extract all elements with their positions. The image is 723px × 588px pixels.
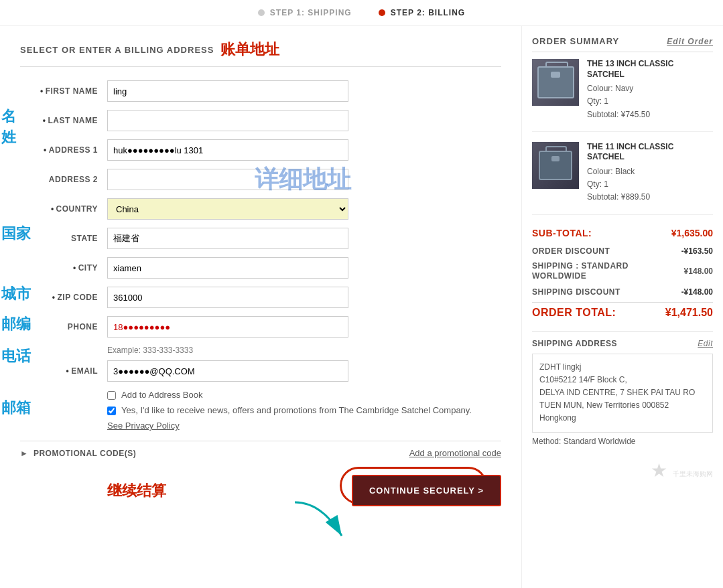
star-icon: ★ — [651, 460, 667, 481]
order-summary-header: ORDER SUMMARY Edit Order — [532, 36, 713, 52]
product-item-1: THE 13 INCH CLASSIC SATCHEL Colour: Navy… — [532, 59, 713, 132]
product-2-colour: Colour: Black — [587, 165, 713, 178]
step1-indicator: STEP 1: SHIPPING — [258, 8, 352, 17]
phone-row: PHONE — [20, 316, 501, 338]
city-row: •CITY — [20, 257, 501, 279]
product-1-colour: Colour: Navy — [587, 82, 713, 95]
order-total-value: ¥1,471.50 — [665, 307, 713, 319]
first-name-row: •FIRST NAME — [20, 80, 501, 102]
address1-input[interactable] — [107, 139, 348, 161]
address2-row: ADDRESS 2 — [20, 169, 501, 190]
address2-input[interactable] — [107, 169, 348, 190]
step1-dot — [258, 9, 265, 16]
product-2-image — [532, 142, 579, 189]
cn-name-labels: 名 姓 — [1, 106, 16, 148]
required-dot-3: • — [44, 145, 47, 155]
add-to-address-book-checkbox[interactable] — [107, 391, 116, 400]
required-dot-4: • — [51, 204, 54, 214]
shipping-value: ¥148.00 — [684, 267, 713, 276]
cn-label-city: 城市 — [1, 284, 31, 304]
product-2-subtotal: Subtotal: ¥889.50 — [587, 191, 713, 204]
privacy-policy-link[interactable]: See Privacy Policy — [107, 421, 180, 431]
product-1-subtotal: Subtotal: ¥745.50 — [587, 108, 713, 121]
email-row: •EMAIL — [20, 360, 501, 382]
shipping-address-header: SHIPPING ADDRESS Edit — [532, 339, 713, 348]
address2-label: ADDRESS 2 — [20, 175, 107, 184]
shipping-discount-value: -¥148.00 — [681, 287, 713, 297]
address1-row: •ADDRESS 1 — [20, 139, 501, 161]
order-summary-panel: ORDER SUMMARY Edit Order THE 13 INCH CLA… — [522, 26, 723, 588]
billing-form-panel: SELECT OR ENTER A BILLING ADDRESS 账单地址 名… — [0, 26, 522, 588]
discount-label: ORDER DISCOUNT — [532, 246, 610, 256]
product-2-details: THE 11 INCH CLASSIC SATCHEL Colour: Blac… — [587, 142, 713, 204]
addr-line-5: Hongkong — [539, 412, 706, 425]
first-name-input[interactable] — [107, 80, 348, 102]
state-row: STATE — [20, 228, 501, 249]
country-row: •COUNTRY China United States United King… — [20, 198, 501, 220]
required-dot-6: • — [52, 293, 56, 302]
email-input[interactable] — [107, 360, 348, 382]
step2-label: STEP 2: BILLING — [391, 8, 465, 17]
promo-section: ► PROMOTIONAL CODE(S) Add a promotional … — [20, 441, 501, 465]
order-summary-title: ORDER SUMMARY — [532, 36, 619, 46]
add-to-address-book-row: Add to Address Book — [107, 390, 501, 400]
privacy-link-container: See Privacy Policy — [107, 421, 501, 431]
continue-btn-wrapper: CONTINUE SECURELY > — [352, 475, 501, 506]
product-item-2: THE 11 INCH CLASSIC SATCHEL Colour: Blac… — [532, 142, 713, 215]
continue-cn-label: 继续结算 — [107, 481, 166, 501]
required-dot: • — [40, 86, 44, 96]
bottom-action: 继续结算 CONTINUE SECURELY > — [20, 465, 501, 516]
shipping-method: Method: Standard Worldwide — [532, 437, 713, 446]
country-select[interactable]: China United States United Kingdom — [107, 198, 348, 220]
cn-label-email: 邮箱 — [1, 398, 31, 418]
order-total-label: ORDER TOTAL: — [532, 307, 616, 319]
step1-label: STEP 1: SHIPPING — [270, 8, 352, 17]
product-1-image — [532, 59, 579, 106]
cn-label-name1: 名 — [1, 106, 16, 127]
shipping-discount-row: SHIPPING DISCOUNT -¥148.00 — [532, 285, 713, 299]
shipping-address-title: SHIPPING ADDRESS — [532, 339, 617, 348]
state-input[interactable] — [107, 228, 348, 249]
last-name-row: •LAST NAME — [20, 110, 501, 131]
phone-input[interactable] — [107, 316, 348, 338]
step2-dot — [379, 9, 385, 16]
discount-row: ORDER DISCOUNT -¥163.50 — [532, 244, 713, 259]
product-1-details: THE 13 INCH CLASSIC SATCHEL Colour: Navy… — [587, 59, 713, 121]
required-dot-2: • — [43, 116, 46, 125]
order-total-row: ORDER TOTAL: ¥1,471.50 — [532, 302, 713, 321]
step2-indicator: STEP 2: BILLING — [379, 8, 465, 17]
state-label: STATE — [20, 234, 107, 243]
watermark: ★ 千里未海购网 — [532, 459, 713, 482]
addr-line-4: TUEN MUN, New Territories 000852 — [539, 399, 706, 412]
city-input[interactable] — [107, 257, 348, 279]
zip-input[interactable] — [107, 287, 348, 308]
add-promo-link[interactable]: Add a promotional code — [409, 448, 501, 458]
progress-bar: STEP 1: SHIPPING STEP 2: BILLING — [0, 0, 723, 26]
required-dot-7: • — [66, 366, 69, 376]
add-to-address-book-label[interactable]: Add to Address Book — [121, 390, 202, 400]
discount-value: -¥163.50 — [681, 246, 713, 256]
addr-line-3: DELYA IND CENTRE, 7 SHEK PAI TAU RO — [539, 386, 706, 399]
shipping-address-section: SHIPPING ADDRESS Edit ZDHT lingkj C10#52… — [532, 332, 713, 446]
last-name-input[interactable] — [107, 110, 348, 131]
address1-label: •ADDRESS 1 — [20, 145, 107, 155]
phone-label: PHONE — [20, 322, 107, 332]
edit-order-link[interactable]: Edit Order — [667, 37, 713, 46]
shipping-address-box: ZDHT lingkj C10#5212 14/F Block C, DELYA… — [532, 354, 713, 433]
cn-label-country: 国家 — [1, 224, 31, 244]
city-label: •CITY — [20, 263, 107, 273]
newsletter-checkbox[interactable] — [107, 407, 116, 415]
continue-securely-button[interactable]: CONTINUE SECURELY > — [352, 475, 501, 506]
country-label: •COUNTRY — [20, 204, 107, 214]
subtotal-row: SUB-TOTAL: ¥1,635.00 — [532, 225, 713, 241]
totals-section: SUB-TOTAL: ¥1,635.00 ORDER DISCOUNT -¥16… — [532, 225, 713, 321]
zip-label: •ZIP CODE — [20, 293, 107, 302]
promo-left: ► PROMOTIONAL CODE(S) — [20, 449, 136, 458]
product-1-qty: Qty: 1 — [587, 95, 713, 108]
first-name-label: •FIRST NAME — [20, 86, 107, 96]
billing-header: SELECT OR ENTER A BILLING ADDRESS 账单地址 — [20, 40, 501, 67]
subtotal-label: SUB-TOTAL: — [532, 228, 592, 238]
required-dot-5: • — [73, 263, 76, 273]
newsletter-label[interactable]: Yes, I'd like to receive news, offers an… — [121, 405, 472, 415]
shipping-edit-link[interactable]: Edit — [698, 339, 713, 348]
